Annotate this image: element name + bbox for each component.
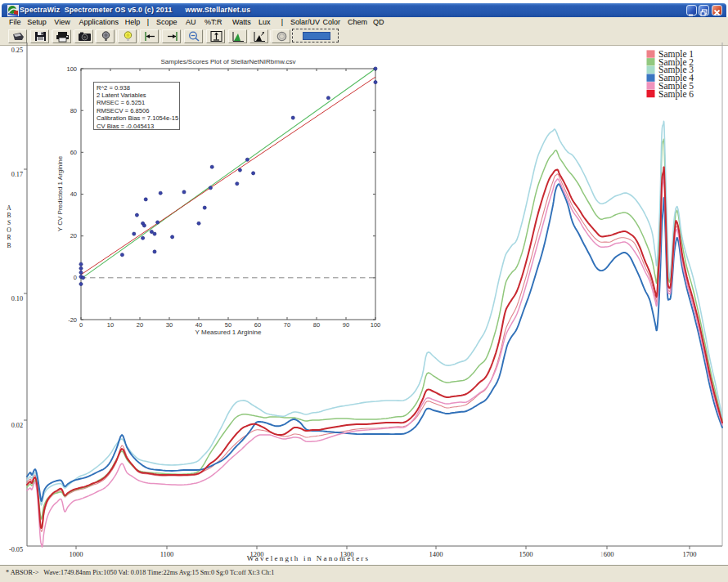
svg-text:Wavelength in Nanometers: Wavelength in Nanometers	[247, 554, 371, 562]
svg-text:20: 20	[70, 232, 77, 240]
svg-text:0.25: 0.25	[11, 47, 23, 54]
svg-text:1600: 1600	[600, 550, 614, 558]
svg-text:-0.05: -0.05	[9, 546, 23, 553]
svg-text:Y Measured 1 Arginine: Y Measured 1 Arginine	[195, 329, 262, 336]
svg-text:1700: 1700	[683, 550, 697, 558]
svg-text:60: 60	[254, 321, 261, 329]
svg-text:20: 20	[137, 321, 143, 329]
svg-text:Samples/Scores Plot of Stellar: Samples/Scores Plot of StellarNetNIRbmw.…	[161, 58, 296, 65]
svg-text:0: 0	[74, 274, 77, 281]
svg-text:100: 100	[66, 65, 77, 73]
svg-text:Y CV Predicted 1 Arginine: Y CV Predicted 1 Arginine	[56, 155, 64, 231]
svg-text:50: 50	[225, 321, 231, 329]
svg-text:40: 40	[195, 321, 202, 329]
svg-text:RMSECV = 6.8506: RMSECV = 6.8506	[97, 107, 149, 114]
svg-text:1100: 1100	[160, 550, 174, 558]
svg-text:30: 30	[166, 321, 173, 329]
svg-text:B: B	[7, 212, 11, 219]
svg-text:CV Bias = -0.045413: CV Bias = -0.045413	[97, 123, 154, 130]
svg-text:60: 60	[70, 149, 77, 156]
svg-text:100: 100	[371, 321, 381, 329]
svg-text:0.17: 0.17	[11, 171, 23, 178]
svg-text:1000: 1000	[70, 550, 83, 558]
svg-text:2 Latent Variables: 2 Latent Variables	[97, 92, 146, 99]
svg-text:80: 80	[70, 107, 77, 114]
svg-text:80: 80	[313, 321, 320, 329]
svg-text:40: 40	[70, 190, 77, 198]
svg-text:A: A	[7, 204, 11, 212]
svg-text:0: 0	[79, 321, 83, 329]
svg-text:RMSEC = 6.5251: RMSEC = 6.5251	[97, 99, 145, 106]
svg-text:90: 90	[343, 321, 349, 329]
svg-text:Sample 6: Sample 6	[658, 89, 694, 100]
svg-text:1400: 1400	[429, 550, 443, 558]
svg-text:0.02: 0.02	[11, 422, 23, 429]
svg-text:B: B	[7, 242, 11, 249]
svg-text:S: S	[7, 219, 11, 226]
svg-text:1500: 1500	[519, 550, 533, 558]
svg-text:10: 10	[107, 321, 114, 329]
svg-text:R^2 = 0.938: R^2 = 0.938	[97, 84, 130, 92]
svg-text:0.10: 0.10	[11, 295, 23, 302]
svg-text:70: 70	[284, 321, 290, 329]
svg-text:R: R	[7, 234, 11, 241]
svg-text:-20: -20	[68, 316, 77, 324]
svg-text:Calibration Bias = 7.1054e-15: Calibration Bias = 7.1054e-15	[97, 114, 178, 122]
svg-text:O: O	[7, 226, 11, 234]
